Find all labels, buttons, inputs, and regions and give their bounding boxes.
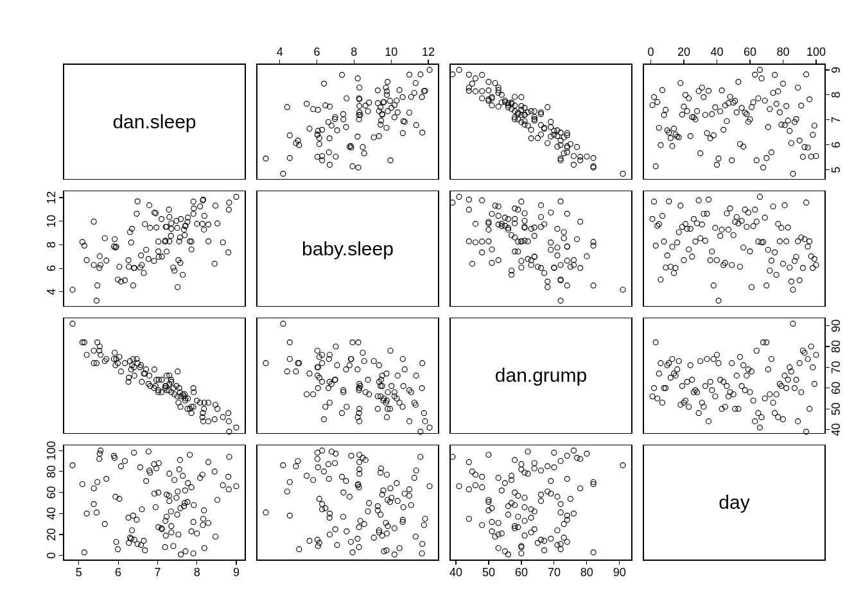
svg-point-1131 [561,535,566,540]
svg-point-979 [220,483,225,488]
svg-point-313 [171,265,176,270]
tick-label: 50 [830,402,842,415]
svg-point-953 [94,510,99,515]
svg-point-804 [349,356,354,361]
svg-point-1212 [552,450,557,455]
svg-point-1061 [408,502,414,508]
svg-point-179 [473,89,478,94]
svg-point-1205 [512,458,518,463]
svg-point-898 [792,386,798,391]
svg-point-764 [389,384,394,389]
svg-point-946 [134,517,139,522]
tick-label: 7 [154,566,161,579]
svg-point-930 [213,534,218,539]
svg-point-911 [814,352,819,357]
svg-point-1100 [326,461,331,466]
svg-point-501 [564,244,570,249]
svg-point-982 [95,479,100,484]
panel-baby-sleep-vs-day [643,191,825,307]
svg-point-286 [785,118,790,123]
svg-point-295 [800,154,805,159]
svg-point-150 [512,94,518,99]
svg-point-517 [665,253,670,258]
svg-point-454 [512,206,518,211]
svg-point-996 [137,465,143,470]
svg-point-908 [808,344,814,349]
svg-point-500 [450,200,455,205]
svg-point-32 [383,85,388,90]
svg-point-138 [528,136,534,141]
svg-point-977 [189,484,194,490]
svg-point-170 [591,165,596,170]
svg-point-1197 [532,466,537,471]
svg-point-272 [762,98,767,103]
svg-point-1169 [522,495,527,501]
svg-point-1139 [532,527,537,532]
svg-point-92 [363,103,368,108]
variable-label: baby.sleep [302,238,394,259]
svg-point-968 [113,494,118,499]
svg-point-1050 [341,514,346,519]
svg-point-985 [104,476,109,481]
svg-point-827 [675,367,680,372]
svg-point-35 [400,130,405,135]
axis-dan-grump-right: 405060708090 [825,320,842,436]
tick-label: 5 [830,167,842,173]
tick-label: 20 [677,46,690,58]
svg-point-1149 [466,516,471,521]
svg-point-249 [724,119,729,124]
svg-point-322 [213,203,218,208]
svg-point-519 [668,264,673,270]
svg-point-758 [320,361,325,366]
svg-point-847 [708,379,713,384]
svg-point-448 [532,234,537,239]
svg-point-98 [333,154,338,159]
tick-label: 40 [830,424,842,436]
svg-point-941 [200,522,205,527]
svg-point-488 [519,239,524,244]
svg-point-53 [395,110,400,115]
svg-point-875 [754,348,759,354]
svg-point-256 [736,80,741,85]
svg-point-1085 [311,477,316,483]
svg-point-416 [555,253,560,258]
svg-point-583 [774,272,779,277]
svg-point-950 [130,513,135,518]
svg-point-688 [212,416,217,422]
tick-label: 12 [422,46,435,58]
svg-point-293 [797,138,802,143]
svg-point-1001 [205,459,211,465]
svg-point-365 [175,284,180,289]
svg-point-775 [427,425,432,430]
svg-point-1115 [506,552,511,557]
svg-point-476 [591,283,596,288]
svg-point-43 [365,109,370,114]
svg-point-87 [281,171,286,176]
svg-point-593 [790,287,796,293]
svg-point-932 [176,532,181,537]
svg-point-893 [784,386,789,391]
svg-point-992 [212,469,217,474]
svg-point-194 [578,154,583,159]
svg-point-883 [767,392,772,397]
svg-point-1054 [263,510,268,515]
svg-point-289 [790,171,796,176]
svg-point-607 [814,262,819,268]
svg-point-244 [716,156,721,161]
svg-point-817 [658,361,663,366]
svg-point-850 [713,394,718,399]
svg-point-934 [169,530,174,535]
svg-point-1084 [344,479,349,484]
svg-point-37 [327,136,332,141]
svg-point-76 [340,73,345,78]
svg-point-408 [519,199,524,204]
svg-point-786 [384,415,389,420]
svg-point-169 [473,76,478,81]
svg-point-1011 [146,449,151,454]
svg-point-553 [724,211,729,216]
svg-point-469 [466,207,471,212]
svg-point-1077 [388,486,393,491]
svg-point-999 [152,461,157,466]
svg-point-532 [690,254,695,259]
svg-point-1083 [287,479,292,484]
